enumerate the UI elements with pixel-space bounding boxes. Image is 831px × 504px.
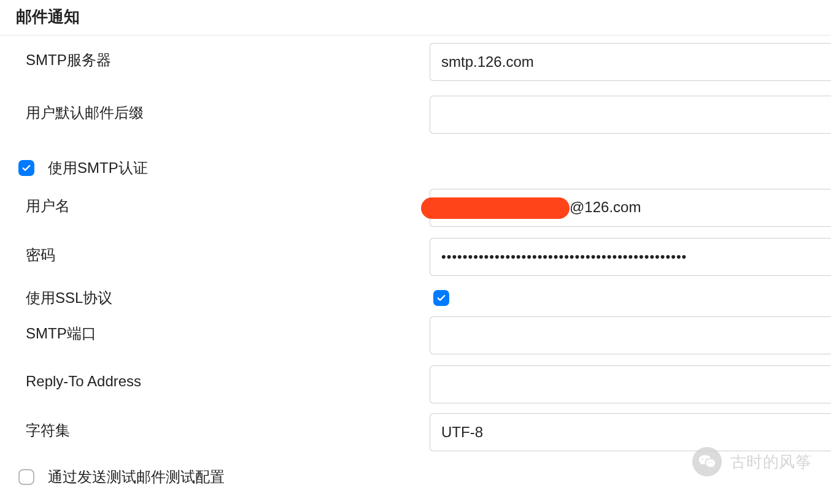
label-charset: 字符集 bbox=[0, 406, 430, 440]
row-default-suffix: 用户默认邮件后缀 bbox=[0, 88, 831, 134]
row-use-smtp-auth: 使用SMTP认证 bbox=[0, 141, 831, 181]
smtp-port-input[interactable] bbox=[430, 316, 831, 354]
default-suffix-input[interactable] bbox=[430, 96, 831, 134]
wechat-icon bbox=[692, 447, 722, 476]
password-input[interactable] bbox=[430, 238, 831, 276]
row-use-ssl: 使用SSL协议 bbox=[0, 280, 831, 309]
label-username: 用户名 bbox=[0, 181, 430, 216]
use-smtp-auth-checkbox[interactable] bbox=[18, 160, 34, 176]
test-email-label: 通过发送测试邮件测试配置 bbox=[48, 467, 225, 487]
row-username: 用户名 @126.com bbox=[0, 181, 831, 227]
check-icon bbox=[21, 162, 32, 174]
label-use-ssl: 使用SSL协议 bbox=[0, 280, 430, 308]
charset-input[interactable] bbox=[430, 413, 831, 451]
row-password: 密码 bbox=[0, 231, 831, 276]
section-title: 邮件通知 bbox=[0, 0, 831, 36]
watermark-text: 古时的风筝 bbox=[730, 451, 812, 473]
row-reply-to: Reply-To Address bbox=[0, 358, 831, 403]
email-notification-form: SMTP服务器 用户默认邮件后缀 使用SMTP认证 用户名 @126.com bbox=[0, 36, 831, 492]
label-reply-to: Reply-To Address bbox=[0, 358, 430, 390]
redaction-mark bbox=[421, 197, 570, 219]
check-icon bbox=[436, 292, 447, 304]
row-smtp-port: SMTP端口 bbox=[0, 309, 831, 354]
use-ssl-checkbox[interactable] bbox=[433, 290, 449, 306]
row-smtp-server: SMTP服务器 bbox=[0, 36, 831, 81]
reply-to-input[interactable] bbox=[430, 365, 831, 403]
label-default-suffix: 用户默认邮件后缀 bbox=[0, 88, 430, 123]
label-smtp-server: SMTP服务器 bbox=[0, 36, 430, 70]
label-smtp-port: SMTP端口 bbox=[0, 309, 430, 343]
row-charset: 字符集 bbox=[0, 406, 831, 451]
watermark: 古时的风筝 bbox=[692, 447, 812, 476]
label-password: 密码 bbox=[0, 231, 430, 265]
test-email-checkbox[interactable] bbox=[18, 469, 34, 485]
use-smtp-auth-label: 使用SMTP认证 bbox=[48, 158, 148, 178]
smtp-server-input[interactable] bbox=[430, 43, 831, 81]
